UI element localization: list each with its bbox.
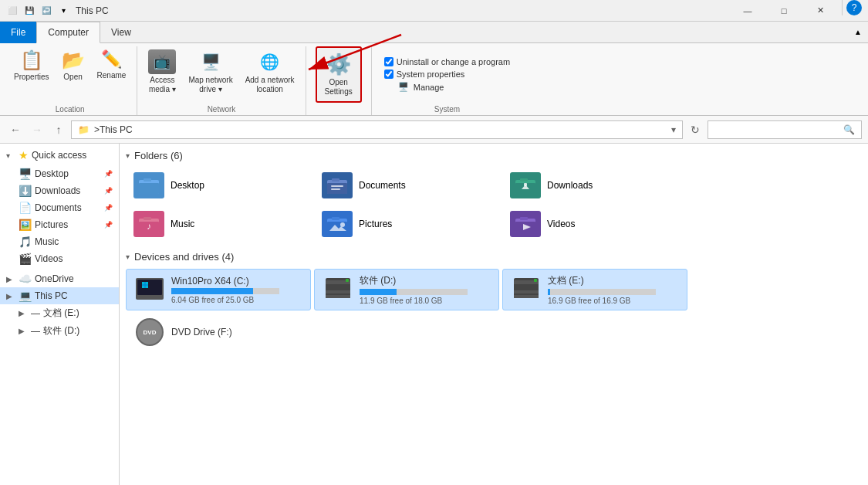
svg-text:♪: ♪ xyxy=(147,221,151,232)
sidebar-item-this-pc[interactable]: ▶ 💻 This PC xyxy=(0,287,119,304)
c-drive-bar-container xyxy=(171,288,279,294)
this-pc-icon: 💻 xyxy=(19,290,32,302)
sidebar-music-label: Music xyxy=(35,236,59,247)
system-properties-button[interactable]: System properties xyxy=(378,68,471,80)
e-drive-bar-container xyxy=(548,289,656,295)
c-drive-icon xyxy=(134,276,165,303)
open-settings-button[interactable]: ⚙️ OpenSettings xyxy=(316,46,362,103)
sidebar-item-documents[interactable]: 📄 Documents 📌 xyxy=(0,199,119,216)
system-group-items: Uninstall or change a program System pro… xyxy=(378,46,516,103)
drives-section-label: Devices and drives (4) xyxy=(134,251,234,263)
folder-item-music[interactable]: ♪ Music xyxy=(126,206,311,242)
access-media-button[interactable]: 📺 Accessmedia ▾ xyxy=(144,46,181,97)
f-drive-name: DVD Drive (F:) xyxy=(171,327,232,337)
e-drive-bar xyxy=(548,289,550,295)
sidebar-item-music[interactable]: 🎵 Music xyxy=(0,233,119,250)
folder-item-documents[interactable]: Documents xyxy=(314,168,499,203)
c-drive-size: 6.04 GB free of 25.0 GB xyxy=(171,296,279,304)
rename-button[interactable]: ✏️ Rename xyxy=(93,46,131,83)
quick-access-save[interactable]: 💾 xyxy=(23,5,35,17)
restore-button[interactable]: □ xyxy=(766,0,802,22)
nav-bar: ← → ↑ 📁 > This PC ▾ ↻ 🔍 xyxy=(0,116,868,144)
sidebar-item-downloads[interactable]: ⬇️ Downloads 📌 xyxy=(0,182,119,199)
desktop-folder-name: Desktop xyxy=(171,180,204,191)
properties-button[interactable]: 📋 Properties xyxy=(9,46,54,85)
tab-file[interactable]: File xyxy=(0,22,36,43)
drives-grid: Win10Pro X64 (C:) 6.04 GB free of 25.0 G… xyxy=(126,269,862,351)
up-button[interactable]: ↑ xyxy=(49,120,68,139)
ribbon-group-location: 📋 Properties 📂 Open ✏️ Rename Location xyxy=(3,46,137,115)
address-dropdown-arrow[interactable]: ▾ xyxy=(671,124,676,135)
svg-rect-12 xyxy=(520,178,528,181)
sidebar-documents-label: Documents xyxy=(35,202,82,213)
sidebar-file-e-label: 文档 (E:) xyxy=(43,307,79,320)
ribbon-collapse-btn[interactable]: ▲ xyxy=(854,28,862,36)
map-network-drive-label: Map networkdrive ▾ xyxy=(188,76,232,94)
sidebar-item-videos[interactable]: 🎬 Videos xyxy=(0,250,119,267)
e-drive-name: 文档 (E:) xyxy=(548,274,656,287)
sidebar-quick-access-label: Quick access xyxy=(32,150,86,161)
folder-item-downloads[interactable]: Downloads xyxy=(502,168,687,203)
folder-item-videos[interactable]: Videos xyxy=(502,206,687,242)
access-media-icon: 📺 xyxy=(148,49,176,74)
settings-gear-icon: ⚙️ xyxy=(326,53,351,76)
sidebar-videos-label: Videos xyxy=(35,253,62,264)
sidebar-item-desktop[interactable]: 🖥️ Desktop 📌 xyxy=(0,165,119,182)
open-button[interactable]: 📂 Open xyxy=(57,46,90,85)
ribbon-content: 📋 Properties 📂 Open ✏️ Rename Location 📺 xyxy=(0,43,868,115)
address-bar[interactable]: 📁 > This PC ▾ xyxy=(71,120,683,139)
map-network-drive-icon: 🖥️ xyxy=(197,49,225,74)
folders-section-header[interactable]: ▾ Folders (6) xyxy=(126,150,862,161)
folder-item-pictures[interactable]: Pictures xyxy=(314,206,499,242)
quick-access-undo[interactable]: ↩️ xyxy=(40,5,52,17)
svg-rect-37 xyxy=(346,279,349,282)
svg-rect-32 xyxy=(146,282,149,285)
quick-access-expand-icon: ▾ xyxy=(6,151,15,160)
drive-item-f[interactable]: DVD DVD Drive (F:) xyxy=(126,314,311,351)
minimize-button[interactable]: — xyxy=(730,0,765,22)
svg-rect-44 xyxy=(514,295,539,298)
network-group-label: Network xyxy=(144,103,299,115)
sidebar-item-pictures[interactable]: 🖼️ Pictures 📌 xyxy=(0,216,119,233)
desktop-folder-icon xyxy=(133,172,164,198)
e-drive-icon xyxy=(511,276,542,303)
svg-rect-33 xyxy=(142,286,145,289)
uninstall-button[interactable]: Uninstall or change a program xyxy=(378,56,516,68)
manage-button[interactable]: 🖥️ Manage xyxy=(378,80,451,93)
tab-computer[interactable]: Computer xyxy=(36,22,100,43)
drive-item-d[interactable]: 软件 (D:) 11.9 GB free of 18.0 GB xyxy=(314,269,499,310)
forward-button[interactable]: → xyxy=(28,120,46,139)
map-network-drive-button[interactable]: 🖥️ Map networkdrive ▾ xyxy=(184,46,237,97)
sidebar-quick-access[interactable]: ▾ ★ Quick access xyxy=(0,147,119,164)
sidebar-item-onedrive[interactable]: ▶ ☁️ OneDrive xyxy=(0,270,119,287)
close-button[interactable]: ✕ xyxy=(802,0,838,22)
d-drive-name: 软件 (D:) xyxy=(360,274,468,287)
window-title: This PC xyxy=(76,5,109,16)
svg-rect-14 xyxy=(524,183,527,186)
c-drive-bar xyxy=(171,288,253,294)
drives-section-header[interactable]: ▾ Devices and drives (4) xyxy=(126,251,862,263)
title-bar: ⬜ 💾 ↩️ ▾ This PC — □ ✕ ? xyxy=(0,0,868,22)
search-input[interactable] xyxy=(714,124,843,135)
system-properties-checkbox[interactable] xyxy=(384,70,393,79)
help-button[interactable]: ? xyxy=(846,0,862,15)
uninstall-label: Uninstall or change a program xyxy=(397,57,510,66)
sidebar-item-file-e[interactable]: ▶ — 文档 (E:) xyxy=(0,304,119,322)
folder-item-desktop[interactable]: Desktop xyxy=(126,168,311,203)
uninstall-checkbox[interactable] xyxy=(384,57,393,66)
tab-view[interactable]: View xyxy=(100,22,142,43)
downloads-icon: ⬇️ xyxy=(19,185,32,197)
open-icon: 📂 xyxy=(62,49,85,71)
drive-item-e[interactable]: 文档 (E:) 16.9 GB free of 16.9 GB xyxy=(502,269,687,310)
documents-pin-icon: 📌 xyxy=(104,204,113,212)
back-button[interactable]: ← xyxy=(6,120,25,139)
refresh-button[interactable]: ↻ xyxy=(686,120,704,139)
access-media-label: Accessmedia ▾ xyxy=(149,76,176,94)
manage-label: Manage xyxy=(414,83,444,92)
sidebar-item-file-d[interactable]: ▶ — 软件 (D:) xyxy=(0,322,119,340)
add-network-location-button[interactable]: 🌐 Add a networklocation xyxy=(241,46,299,97)
search-icon: 🔍 xyxy=(843,124,855,135)
add-network-location-icon: 🌐 xyxy=(256,49,284,74)
quick-access-dropdown[interactable]: ▾ xyxy=(57,5,69,17)
drive-item-c[interactable]: Win10Pro X64 (C:) 6.04 GB free of 25.0 G… xyxy=(126,269,311,310)
